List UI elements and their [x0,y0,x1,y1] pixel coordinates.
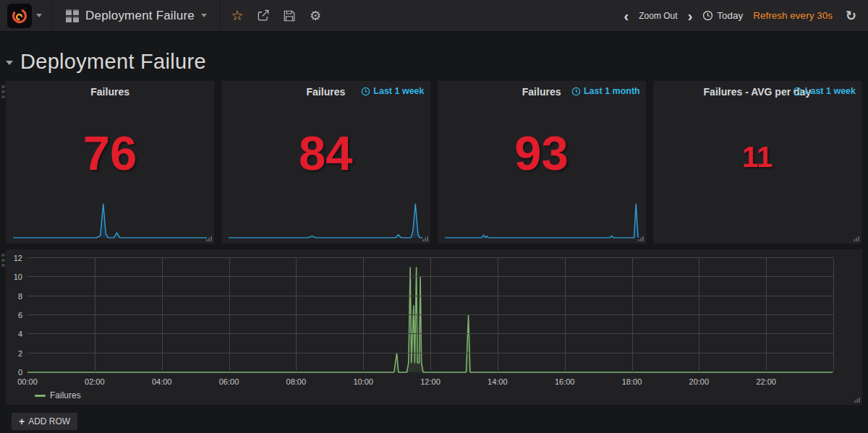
gridline [296,258,297,372]
stat-panel-failures: Failures 76 [6,81,214,244]
x-tick-label: 22:00 [756,377,776,386]
stat-value: 76 [6,124,214,180]
y-tick-label: 2 [18,349,22,358]
stat-panel-row: Failures 76 Failures Last 1 week 84 Fail… [6,81,861,244]
settings-button[interactable]: ⚙ [306,7,325,25]
x-tick-label: 12:00 [420,377,441,386]
legend-label: Failures [50,390,81,400]
row-collapse-chevron-icon[interactable] [6,61,13,65]
share-icon [257,9,271,22]
x-tick-label: 16:00 [555,377,575,386]
time-back-button[interactable]: ‹ [621,9,632,23]
x-tick-label: 08:00 [286,377,307,386]
gridline [699,258,699,372]
clock-icon [571,87,581,96]
stat-value: 84 [221,124,430,180]
panel-time-override: Last 1 month [571,86,640,96]
star-button[interactable]: ☆ [228,7,247,25]
resize-handle-icon[interactable] [854,398,860,403]
clock-icon [361,87,370,96]
panel-time-override: Last 1 week [361,86,424,96]
save-icon [283,9,296,22]
gear-icon: ⚙ [310,9,321,22]
row-title: Deployment Failure [20,50,206,74]
gridline [430,258,431,372]
panel-title[interactable]: Failures [6,86,214,98]
stat-panel-failures-avg: Failures - AVG per day Last 1 week 11 [653,81,861,244]
graph-panel: 02468101200:0002:0004:0006:0008:0010:001… [6,249,862,405]
legend-swatch-icon [35,395,46,397]
row-drag-handle[interactable] [1,254,5,267]
add-row-label: ADD ROW [28,416,70,426]
row-drag-handle[interactable] [1,85,5,98]
gridline [363,258,364,372]
y-tick-label: 8 [18,292,22,301]
sparkline [445,202,639,239]
x-tick-label: 02:00 [85,377,105,386]
share-button[interactable] [254,7,273,25]
legend-item-failures[interactable]: Failures [35,390,81,400]
time-range-button[interactable]: Today [702,10,743,21]
sparkline [229,202,422,239]
x-tick-label: 06:00 [219,377,239,386]
gridline [833,258,834,372]
grafana-logo-icon [7,4,32,28]
y-tick-label: 12 [14,254,22,262]
stat-value: 11 [653,140,861,173]
stat-value: 93 [438,124,646,180]
caret-down-icon [36,14,42,17]
stat-panel-failures-month: Failures Last 1 month 93 [438,81,646,244]
refresh-interval-button[interactable]: Refresh every 30s [753,10,833,21]
panel-time-override: Last 1 week [793,86,856,96]
x-tick-label: 00:00 [17,377,38,386]
save-button[interactable] [280,7,299,25]
gridline [632,258,633,372]
plus-icon: + [19,416,25,427]
graph-plot[interactable]: 02468101200:0002:0004:0006:0008:0010:001… [27,258,833,372]
gridline [95,258,95,372]
time-forward-button[interactable]: › [685,9,696,23]
resize-handle-icon[interactable] [854,236,859,241]
gridline [162,258,163,372]
gridline [498,258,498,372]
y-tick-label: 10 [14,273,22,281]
star-icon: ☆ [231,9,243,22]
x-tick-label: 20:00 [689,377,710,386]
dashboard-title: Deployment Failure [85,9,195,23]
clock-icon [702,10,713,21]
resize-handle-icon[interactable] [206,236,212,241]
sparkline [13,202,207,239]
gridline [229,258,230,372]
gridline [766,258,767,372]
y-tick-label: 0 [18,368,22,377]
grafana-menu-button[interactable] [0,0,52,32]
zoom-out-button[interactable]: Zoom Out [639,11,677,21]
clock-icon [793,87,802,96]
stat-panel-failures-week: Failures Last 1 week 84 [221,81,430,244]
x-tick-label: 18:00 [622,377,642,386]
refresh-icon[interactable]: ↻ [846,8,856,24]
gridline [565,258,566,372]
y-tick-label: 4 [18,330,22,338]
navbar: Deployment Failure ☆ ⚙ ‹ Zoom Out › [0,0,868,33]
dashboard-picker[interactable]: Deployment Failure [53,0,220,32]
add-row-button[interactable]: + ADD ROW [12,413,77,430]
x-tick-label: 04:00 [152,377,172,386]
today-label: Today [717,10,743,21]
y-tick-label: 6 [18,311,22,320]
x-tick-label: 14:00 [488,377,508,386]
dashboard-grid-icon [66,9,79,22]
x-tick-label: 10:00 [353,377,373,386]
resize-handle-icon[interactable] [638,236,644,241]
resize-handle-icon[interactable] [422,236,428,241]
caret-down-icon [201,14,207,17]
row-header: Deployment Failure [6,45,206,78]
